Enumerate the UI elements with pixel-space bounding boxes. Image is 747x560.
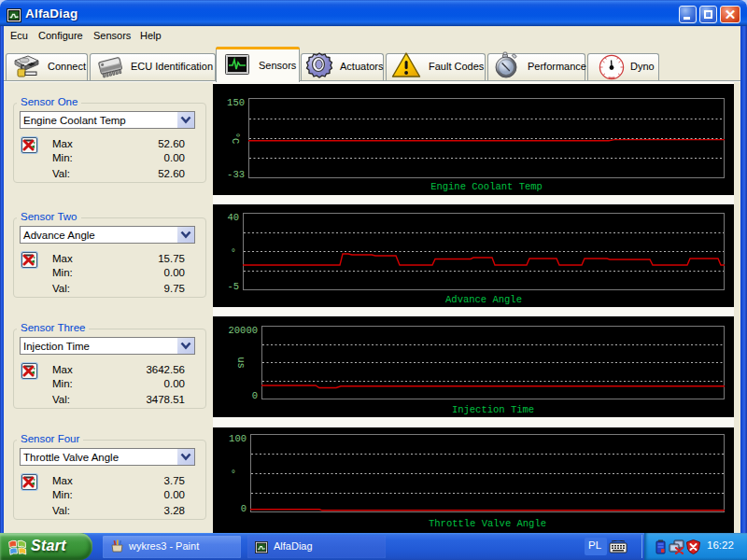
svg-text:-5: -5	[227, 281, 239, 292]
svg-text:°C: °C	[230, 133, 241, 145]
svg-text:Injection Time: Injection Time	[452, 404, 534, 415]
svg-text:Advance Angle: Advance Angle	[445, 294, 522, 305]
svg-text:0: 0	[252, 390, 258, 401]
svg-text:us: us	[235, 357, 247, 369]
svg-text:Engine Coolant Temp: Engine Coolant Temp	[430, 181, 543, 192]
svg-text:-33: -33	[227, 169, 245, 180]
svg-text:20000: 20000	[228, 325, 258, 336]
svg-text:150: 150	[227, 97, 245, 108]
svg-text:°: °	[231, 247, 236, 259]
svg-text:100: 100	[229, 433, 247, 444]
svg-text:°: °	[231, 469, 236, 480]
svg-text:Throttle Valve Angle: Throttle Valve Angle	[429, 518, 546, 529]
svg-text:40: 40	[227, 212, 239, 223]
svg-text:0: 0	[241, 503, 247, 514]
